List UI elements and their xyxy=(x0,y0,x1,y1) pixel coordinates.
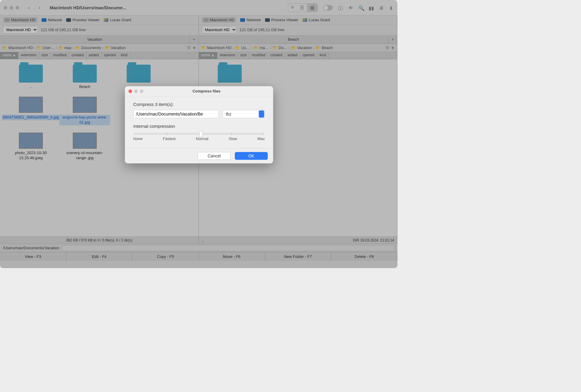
crumb[interactable]: Vacation xyxy=(111,45,126,50)
crumb[interactable]: Macintosh HD xyxy=(8,45,33,50)
nav-buttons[interactable]: ‹› xyxy=(25,4,44,12)
screen-icon[interactable]: 🖥 xyxy=(379,5,384,10)
col-size[interactable]: size xyxy=(39,52,51,59)
col-extension[interactable]: extension xyxy=(217,52,238,59)
format-select[interactable]: tbz xyxy=(223,110,265,118)
file-item[interactable]: angourie-bay-picnic-area-01.jpg xyxy=(59,97,110,125)
col-extension[interactable]: extension xyxy=(19,52,39,59)
columns-icon[interactable]: ☰ xyxy=(297,4,307,12)
fav-network[interactable]: Network xyxy=(42,18,62,22)
columns2-icon[interactable]: ▮▮ xyxy=(369,5,373,10)
status-right-r: DIR 19.03.2024, 21:01:14 xyxy=(353,238,394,242)
crumb[interactable]: ma… xyxy=(260,45,269,50)
col-created[interactable]: created xyxy=(268,52,285,59)
list-icon[interactable]: ☰ xyxy=(187,45,191,50)
fkey-copy[interactable]: Copy - F5 xyxy=(132,252,199,261)
hd-icon xyxy=(5,18,10,22)
tab-right[interactable]: Beach xyxy=(199,35,388,43)
ok-button[interactable]: OK xyxy=(235,152,268,160)
fav-lucas-grant[interactable]: Lucas Grant xyxy=(302,18,330,22)
col-added[interactable]: added xyxy=(86,52,101,59)
star-icon[interactable]: ★ xyxy=(193,45,196,50)
path-bar: /Users/mac/Documents/Vacation xyxy=(0,244,397,252)
fkey-move[interactable]: Move - F6 xyxy=(199,252,265,261)
col-size[interactable]: size xyxy=(238,52,249,59)
tab-add-right[interactable]: + xyxy=(388,35,397,43)
folder-icon: 📁 xyxy=(58,45,63,50)
crumb[interactable]: Documents xyxy=(81,45,101,50)
col-kind[interactable]: kind xyxy=(317,52,329,59)
file-item[interactable] xyxy=(204,65,255,84)
favorites-bar-right[interactable]: Macintosh HDNetworkProcess ViewerLucas G… xyxy=(199,16,397,25)
cancel-button[interactable]: Cancel xyxy=(198,152,231,160)
column-headers-right[interactable]: name ▲extensionsizemodifiedcreatedaddedo… xyxy=(199,52,397,59)
fkey-delete[interactable]: Delete - F8 xyxy=(331,252,397,261)
gd-icon xyxy=(302,18,307,22)
col-modified[interactable]: modified xyxy=(51,52,69,59)
fav-macintosh-hd[interactable]: Macintosh HD xyxy=(202,17,236,23)
volume-select-left[interactable]: Macintosh HD xyxy=(3,26,38,34)
tab-left[interactable]: Vacation xyxy=(0,35,190,43)
crumb[interactable]: Do… xyxy=(279,45,288,50)
col-name[interactable]: name ▲ xyxy=(199,52,217,59)
file-item[interactable]: Beach xyxy=(59,65,110,89)
dialog-traffic-lights[interactable] xyxy=(128,89,143,93)
img-icon xyxy=(19,97,43,113)
fav-process-viewer[interactable]: Process Viewer xyxy=(265,18,298,22)
free-space-right: 121 GB of 245,11 GB free xyxy=(240,28,285,32)
col-opened[interactable]: opened xyxy=(300,52,317,59)
file-item[interactable]: .. xyxy=(5,65,56,89)
favorites-bar-left[interactable]: Macintosh HDNetworkProcess ViewerLucas G… xyxy=(0,16,199,25)
crumb[interactable]: User… xyxy=(43,45,55,50)
slider-knob[interactable] xyxy=(199,131,203,137)
preview-icon[interactable]: 👁 xyxy=(348,5,353,10)
col-created[interactable]: created xyxy=(69,52,86,59)
list-icon[interactable]: ☰ xyxy=(386,45,389,50)
list-icon[interactable]: ≡ xyxy=(288,4,297,12)
binoculars-icon[interactable]: 🔍 xyxy=(358,5,363,10)
column-headers-left[interactable]: name ▲extensionsizemodifiedcreatedaddedo… xyxy=(0,52,199,59)
close-icon[interactable] xyxy=(128,89,132,93)
crumb[interactable]: Vacation xyxy=(297,45,312,50)
breadcrumb-right[interactable]: 📁Macintosh HD›📁Us…›📁ma…›📁Do…›📁Vacation›📁… xyxy=(199,44,397,52)
grid-icon[interactable]: ▦ xyxy=(307,4,317,12)
crumb[interactable]: Us… xyxy=(241,45,250,50)
file-item[interactable]: scenery-of-mountain-range-.jpg xyxy=(59,133,110,161)
window-traffic-lights[interactable] xyxy=(4,6,19,10)
col-name[interactable]: name ▲ xyxy=(0,52,19,59)
crumb[interactable]: Beach xyxy=(322,45,333,50)
forward-icon[interactable]: › xyxy=(35,4,44,12)
destination-input[interactable] xyxy=(133,110,219,118)
breadcrumb-left[interactable]: 📁Macintosh HD›📁User…›📁mac›📁Documents›📁Va… xyxy=(0,44,199,52)
file-label: scenery-of-mountain-range-.jpg xyxy=(59,151,110,161)
fkey-new[interactable]: New Folder - F7 xyxy=(265,252,331,261)
folder-icon: 📁 xyxy=(105,45,110,50)
crumb[interactable]: Macintosh HD xyxy=(207,45,232,50)
col-modified[interactable]: modified xyxy=(249,52,268,59)
file-item[interactable]: 6904758951_6868a06560_b.jpg xyxy=(5,97,56,125)
fkey-bar[interactable]: View - F3Edit - F4Copy - F5Move - F6New … xyxy=(0,252,397,261)
volume-select-right[interactable]: Macintosh HD xyxy=(202,26,237,34)
crumb[interactable]: mac xyxy=(64,45,72,50)
file-item[interactable] xyxy=(113,65,164,89)
fkey-view[interactable]: View - F3 xyxy=(0,252,66,261)
back-icon[interactable]: ‹ xyxy=(25,4,33,12)
fav-process-viewer[interactable]: Process Viewer xyxy=(66,18,99,22)
hidden-toggle[interactable] xyxy=(323,5,333,10)
star-icon[interactable]: ★ xyxy=(391,45,395,50)
path-combo[interactable] xyxy=(62,245,394,251)
col-added[interactable]: added xyxy=(285,52,300,59)
view-mode-segment[interactable]: ≡☰▦ xyxy=(288,3,318,12)
fkey-edit[interactable]: Edit - F4 xyxy=(66,252,132,261)
fav-macintosh-hd[interactable]: Macintosh HD xyxy=(3,17,37,23)
info-icon[interactable]: ⓘ xyxy=(338,5,343,10)
fav-lucas-grant[interactable]: Lucas Grant xyxy=(104,18,131,22)
img-icon xyxy=(19,133,43,149)
col-kind[interactable]: kind xyxy=(119,52,130,59)
file-item[interactable]: photo_2023-10-30 15.25.48.jpeg xyxy=(5,133,56,161)
fav-network[interactable]: Network xyxy=(240,18,261,22)
tab-add-left[interactable]: + xyxy=(190,35,199,43)
compression-slider[interactable] xyxy=(134,133,264,135)
download-icon[interactable]: ⬇ xyxy=(389,5,394,10)
col-opened[interactable]: opened xyxy=(102,52,119,59)
